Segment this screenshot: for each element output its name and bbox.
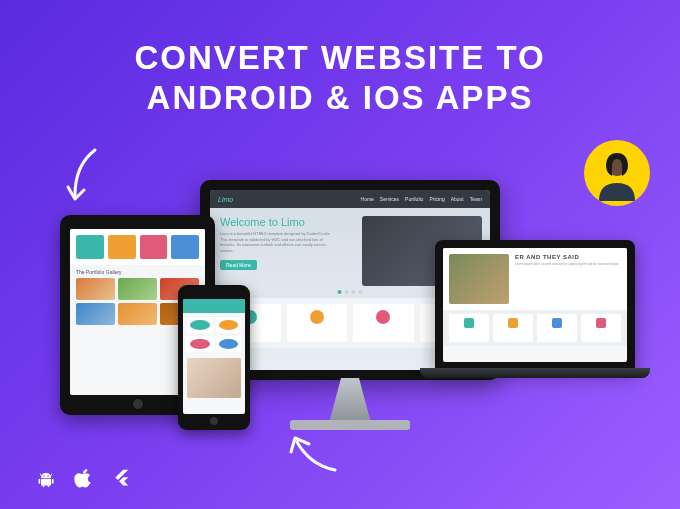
- slider-dots: [338, 290, 363, 294]
- nav-item: Team: [470, 196, 482, 202]
- device-mockups: Limo Home Services Portfolio Pricing Abo…: [60, 180, 620, 460]
- laptop-hero-image: [449, 254, 509, 304]
- laptop-icon-row: [443, 310, 627, 346]
- phone-icon: [216, 317, 242, 333]
- phone-icon: [216, 336, 242, 352]
- svg-rect-4: [39, 479, 41, 484]
- phone: [178, 285, 250, 430]
- nav-item: Services: [380, 196, 399, 202]
- nav-item: Home: [361, 196, 374, 202]
- tablet-home-button: [133, 399, 143, 409]
- phone-icon-grid: [183, 313, 245, 356]
- site-brand: Limo: [218, 196, 233, 203]
- gallery-thumb: [76, 303, 115, 325]
- svg-point-1: [43, 475, 45, 477]
- laptop-card: [537, 314, 577, 342]
- tablet-icon: [76, 235, 104, 259]
- tablet-icon-row: [70, 229, 205, 265]
- phone-icon: [187, 317, 213, 333]
- svg-rect-5: [52, 479, 54, 484]
- tablet-gallery-title: The Portfolio Gallery: [76, 269, 199, 275]
- laptop-card: [581, 314, 621, 342]
- headline-line-1: CONVERT WEBSITE TO: [34, 38, 646, 78]
- tablet-icon: [108, 235, 136, 259]
- laptop-section-title: ER AND THEY SAID: [515, 254, 621, 260]
- apple-icon: [74, 467, 94, 489]
- laptop-card: [493, 314, 533, 342]
- phone-image: [187, 358, 241, 398]
- phone-screen: [183, 299, 245, 414]
- laptop-base: [420, 368, 650, 378]
- laptop-text: Lorem ipsum dolor sit amet consectetur a…: [515, 262, 621, 266]
- gallery-thumb: [118, 303, 157, 325]
- android-icon: [36, 467, 56, 489]
- laptop-hero: ER AND THEY SAID Lorem ipsum dolor sit a…: [443, 248, 627, 310]
- svg-point-2: [47, 475, 49, 477]
- tablet-icon: [171, 235, 199, 259]
- nav-item: Pricing: [429, 196, 444, 202]
- phone-home-button: [210, 417, 218, 425]
- tablet-icon: [140, 235, 168, 259]
- nav-item: About: [451, 196, 464, 202]
- svg-rect-7: [48, 485, 50, 488]
- monitor-stand: [320, 378, 380, 423]
- laptop-card: [449, 314, 489, 342]
- nav-item: Portfolio: [405, 196, 423, 202]
- laptop: ER AND THEY SAID Lorem ipsum dolor sit a…: [435, 240, 635, 370]
- gallery-thumb: [118, 278, 157, 300]
- phone-header: [183, 299, 245, 313]
- svg-rect-6: [43, 485, 45, 488]
- hero-text: Limo is a beautiful HTML5 template desig…: [220, 231, 337, 253]
- phone-icon: [187, 336, 213, 352]
- monitor-base: [290, 420, 410, 430]
- tech-icons: [36, 467, 132, 489]
- site-nav: Limo Home Services Portfolio Pricing Abo…: [210, 190, 490, 208]
- headline-line-2: ANDROID & IOS APPS: [34, 78, 646, 118]
- feature-card: [353, 304, 414, 342]
- svg-rect-3: [41, 479, 51, 486]
- headline: CONVERT WEBSITE TO ANDROID & IOS APPS: [34, 38, 646, 117]
- hero-button: Read More: [220, 260, 257, 270]
- feature-card: [287, 304, 348, 342]
- laptop-screen: ER AND THEY SAID Lorem ipsum dolor sit a…: [443, 248, 627, 362]
- gallery-thumb: [76, 278, 115, 300]
- flutter-icon: [112, 467, 132, 489]
